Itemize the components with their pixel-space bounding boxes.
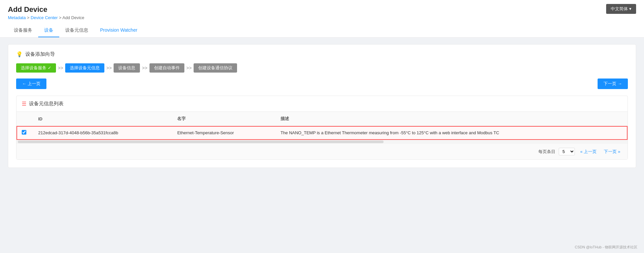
col-checkbox (16, 112, 33, 126)
step-arrow-4: >> (186, 65, 192, 71)
wizard-icon: 💡 (16, 51, 23, 57)
tab-device-meta[interactable]: 设备元信息 (59, 24, 94, 37)
wizard-title: 💡 设备添加向导 (16, 51, 628, 57)
steps-row: 选择设备服务 ✓ >> 选择设备元信息 >> 设备信息 >> 创建自动事件 >>… (16, 63, 628, 73)
row-name: Ethernet-Temperature-Sensor (172, 126, 275, 140)
table-row: 212edcad-317d-4048-b56b-35a531fcca8b Eth… (16, 126, 628, 140)
table-section: ☰ 设备元信息列表 ID 名字 描述 (16, 96, 628, 160)
row-checkbox-cell (16, 126, 33, 140)
lang-button[interactable]: 中文简体 ▾ (606, 4, 636, 14)
row-checkbox[interactable] (22, 130, 26, 135)
table-section-title-text: 设备元信息列表 (29, 101, 64, 107)
table-section-title: ☰ 设备元信息列表 (16, 96, 628, 112)
step-3-button[interactable]: 设备信息 (114, 63, 140, 73)
tab-device-service[interactable]: 设备服务 (8, 24, 38, 37)
horizontal-scrollbar[interactable] (16, 140, 628, 144)
device-meta-table: ID 名字 描述 212edcad-317d-4048-b56b-35a531f… (16, 112, 628, 140)
step-1-button[interactable]: 选择设备服务 ✓ (16, 63, 56, 73)
tab-bar: 设备服务 设备 设备元信息 Provision Watcher (8, 24, 636, 37)
table-scroll-container[interactable]: ID 名字 描述 212edcad-317d-4048-b56b-35a531f… (16, 112, 628, 140)
col-description: 描述 (275, 112, 628, 126)
step-2-button[interactable]: 选择设备元信息 (65, 63, 104, 73)
row-description: The NANO_TEMP is a Ethernet Thermometer … (275, 126, 628, 140)
col-id: ID (33, 112, 172, 126)
step-arrow-1: >> (58, 65, 63, 71)
wizard-title-text: 设备添加向导 (25, 51, 55, 57)
page-title: Add Device (8, 5, 636, 14)
step-5-button[interactable]: 创建设备通信协议 (194, 63, 237, 73)
page-size-select[interactable]: 5 10 20 50 (559, 148, 575, 155)
tab-provision-watcher[interactable]: Provision Watcher (94, 24, 143, 37)
per-page-label: 每页条目 (538, 149, 555, 155)
breadcrumb-device-center[interactable]: Device Center (31, 15, 58, 20)
wizard-card: 💡 设备添加向导 选择设备服务 ✓ >> 选择设备元信息 >> 设备信息 >> … (8, 44, 636, 168)
step-arrow-3: >> (142, 65, 147, 71)
next-page-button[interactable]: 下一页 » (602, 148, 622, 155)
step-arrow-2: >> (106, 65, 112, 71)
breadcrumb: Metadata > Device Center > Add Device (8, 15, 636, 20)
row-id: 212edcad-317d-4048-b56b-35a531fcca8b (33, 126, 172, 140)
tab-device[interactable]: 设备 (38, 24, 59, 37)
nav-buttons: ← 上一页 下一页 → (16, 79, 628, 89)
main-content: 💡 设备添加向导 选择设备服务 ✓ >> 选择设备元信息 >> 设备信息 >> … (0, 38, 644, 174)
breadcrumb-metadata[interactable]: Metadata (8, 15, 26, 20)
prev-button[interactable]: ← 上一页 (16, 79, 46, 89)
table-icon: ☰ (22, 101, 26, 107)
next-button[interactable]: 下一页 → (598, 79, 628, 89)
table-header-row: ID 名字 描述 (16, 112, 628, 126)
breadcrumb-current: Add Device (63, 15, 84, 20)
page-header: Add Device Metadata > Device Center > Ad… (0, 0, 644, 38)
step-4-button[interactable]: 创建自动事件 (149, 63, 184, 73)
scrollbar-thumb[interactable] (18, 141, 384, 143)
prev-page-button[interactable]: « 上一页 (578, 148, 599, 155)
pagination-row: 每页条目 5 10 20 50 « 上一页 下一页 » (16, 144, 628, 159)
col-name: 名字 (172, 112, 275, 126)
